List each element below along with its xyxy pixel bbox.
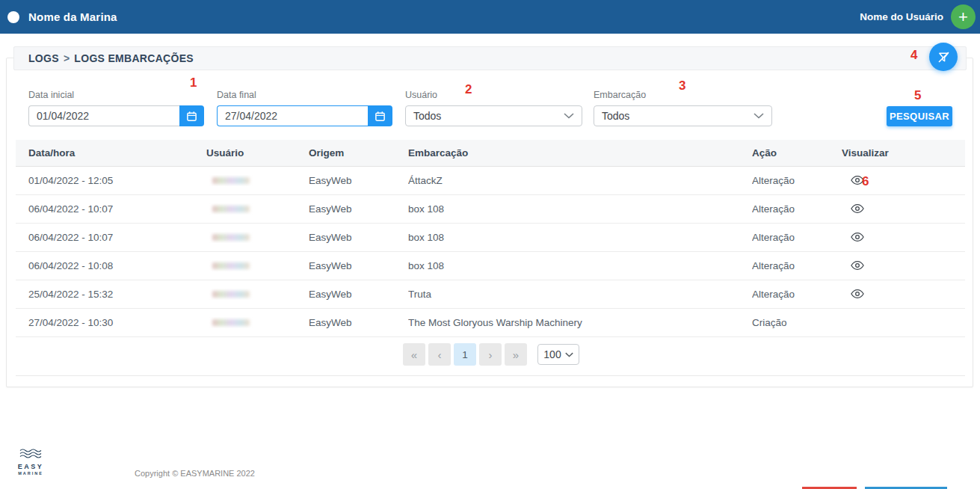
- table-row: 01/04/2022 - 12:05 EasyWeb ÁttackZ Alter…: [16, 167, 965, 195]
- log-user: [206, 203, 309, 215]
- table-header-row: Data/hora Usuário Origem Embarcação Ação…: [16, 140, 965, 167]
- user-select-value: Todos: [413, 110, 441, 122]
- pagination-page-1-button[interactable]: 1: [454, 343, 476, 366]
- annotation-4: 4: [910, 48, 917, 63]
- logs-table: Data/hora Usuário Origem Embarcação Ação…: [16, 140, 965, 376]
- eye-icon: [851, 289, 864, 299]
- breadcrumb-strip: LOGS>LOGS EMBARCAÇÕES: [13, 46, 967, 70]
- col-header-datetime: Data/hora: [16, 147, 206, 159]
- log-action: Alteração: [752, 203, 842, 215]
- annotation-1: 1: [190, 76, 197, 90]
- redacted-username: [212, 262, 250, 269]
- logo-text-easy: EASY: [16, 463, 46, 470]
- filter-start-date: Data inicial: [28, 90, 204, 126]
- pagination-last-button[interactable]: »: [505, 343, 527, 366]
- filter-vessel: Embarcação Todos: [594, 90, 772, 126]
- view-log-button[interactable]: [849, 230, 866, 244]
- filter-off-icon: [937, 50, 951, 64]
- log-action: Alteração: [752, 175, 842, 186]
- view-log-button[interactable]: [849, 287, 866, 301]
- vessel-select[interactable]: Todos: [594, 105, 772, 126]
- chevron-down-icon: [565, 352, 573, 357]
- col-header-view: Visualizar: [842, 147, 965, 159]
- log-action: Alteração: [752, 260, 842, 271]
- log-datetime: 25/04/2022 - 15:32: [16, 289, 206, 300]
- log-vessel: box 108: [408, 232, 752, 243]
- breadcrumb-section: LOGS: [28, 52, 59, 64]
- top-header-bar: Nome da Marina Nome do Usuário +: [0, 0, 980, 34]
- log-user: [206, 289, 309, 300]
- log-datetime: 01/04/2022 - 12:05: [16, 175, 206, 186]
- log-action: Alteração: [752, 289, 842, 300]
- log-vessel: Truta: [408, 289, 752, 300]
- log-origin: EasyWeb: [309, 260, 408, 271]
- log-datetime: 06/04/2022 - 10:07: [16, 232, 206, 243]
- start-date-calendar-button[interactable]: [179, 105, 204, 126]
- table-row: 27/04/2022 - 10:30 EasyWeb The Most Glor…: [16, 309, 965, 337]
- col-header-vessel: Embarcação: [408, 147, 752, 159]
- table-row: 06/04/2022 - 10:07 EasyWeb box 108 Alter…: [16, 195, 965, 224]
- page-size-select[interactable]: 100: [537, 344, 579, 365]
- view-log-button[interactable]: [849, 259, 866, 272]
- log-vessel: The Most Gloryous Warship Machinery: [408, 317, 752, 328]
- log-origin: EasyWeb: [309, 317, 408, 328]
- calendar-icon: [186, 111, 197, 122]
- waves-icon: [19, 447, 42, 459]
- filter-end-date: Data final: [217, 90, 392, 126]
- breadcrumb: LOGS>LOGS EMBARCAÇÕES: [28, 52, 194, 64]
- log-user: [206, 260, 309, 271]
- log-datetime: 27/04/2022 - 10:30: [16, 317, 206, 328]
- easymarine-logo: EASY MARINE: [16, 447, 46, 476]
- eye-icon: [851, 232, 864, 242]
- filter-user: Usuário Todos: [405, 90, 582, 126]
- plus-icon: +: [958, 7, 968, 26]
- copyright-text: Copyright © EASYMARINE 2022: [135, 469, 255, 478]
- table-row: 25/04/2022 - 15:32 EasyWeb Truta Alteraç…: [16, 280, 965, 309]
- log-datetime: 06/04/2022 - 10:07: [16, 203, 206, 215]
- pagination-first-button[interactable]: «: [403, 343, 425, 366]
- user-filter-label: Usuário: [405, 90, 582, 100]
- annotation-3: 3: [679, 79, 685, 93]
- search-button[interactable]: PESQUISAR: [887, 106, 952, 126]
- clear-filter-button[interactable]: [929, 43, 958, 71]
- user-select[interactable]: Todos: [405, 105, 582, 126]
- vessel-select-value: Todos: [602, 110, 629, 122]
- chevron-down-icon: [564, 113, 574, 119]
- redacted-username: [212, 177, 250, 184]
- logs-card: Data inicial Data final Usuário Todos: [6, 58, 973, 387]
- pagination: « ‹ 1 › » 100: [16, 337, 965, 376]
- user-name[interactable]: Nome do Usuário: [860, 11, 943, 22]
- log-user: [206, 317, 309, 328]
- marina-name: Nome da Marina: [28, 10, 117, 23]
- redacted-username: [212, 291, 250, 298]
- log-user: [206, 232, 309, 243]
- view-log-button[interactable]: [849, 202, 866, 215]
- log-origin: EasyWeb: [309, 232, 408, 243]
- end-date-input[interactable]: [217, 105, 368, 126]
- marina-logo-circle: [7, 11, 19, 23]
- redacted-username: [212, 206, 250, 212]
- log-action: Alteração: [752, 232, 842, 243]
- calendar-icon: [375, 111, 386, 122]
- breadcrumb-separator: >: [59, 52, 74, 64]
- col-header-user: Usuário: [206, 147, 309, 159]
- pagination-prev-button[interactable]: ‹: [428, 343, 451, 366]
- log-vessel: ÁttackZ: [408, 175, 752, 186]
- eye-icon: [851, 203, 864, 214]
- end-date-calendar-button[interactable]: [368, 105, 392, 126]
- redacted-username: [212, 319, 250, 326]
- eye-icon: [851, 260, 864, 271]
- table-row: 06/04/2022 - 10:08 EasyWeb box 108 Alter…: [16, 252, 965, 280]
- add-button[interactable]: +: [951, 4, 976, 29]
- pagination-next-button[interactable]: ›: [479, 343, 502, 366]
- page-title: LOGS EMBARCAÇÕES: [74, 52, 194, 64]
- annotation-5: 5: [914, 88, 921, 103]
- end-date-label: Data final: [217, 90, 392, 100]
- annotation-6: 6: [862, 174, 869, 189]
- log-vessel: box 108: [408, 203, 752, 215]
- chevron-down-icon: [754, 113, 764, 119]
- log-origin: EasyWeb: [309, 175, 408, 186]
- col-header-action: Ação: [752, 147, 842, 159]
- log-datetime: 06/04/2022 - 10:08: [16, 260, 206, 271]
- start-date-input[interactable]: [28, 105, 179, 126]
